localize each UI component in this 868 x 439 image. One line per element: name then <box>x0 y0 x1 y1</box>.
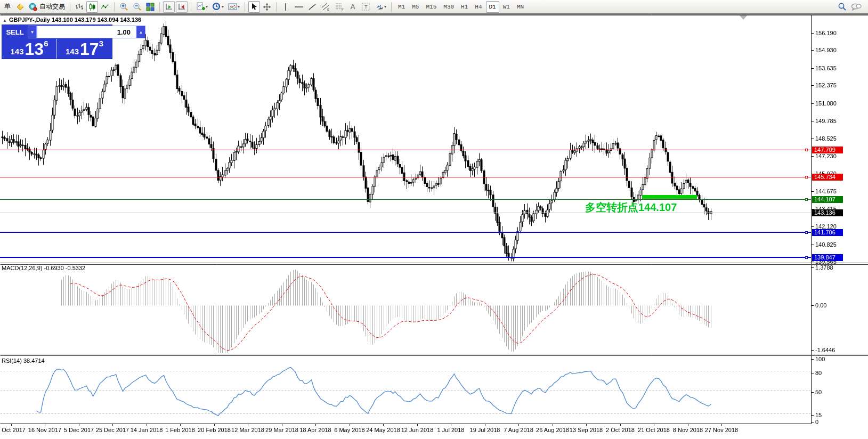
date-tick: 29 Mar 2018 <box>265 427 298 433</box>
timeframe-button-m1[interactable]: M1 <box>395 1 408 13</box>
svg-text:T: T <box>364 4 368 10</box>
metaeditor-icon[interactable] <box>14 1 26 13</box>
hline-145.734[interactable] <box>0 177 811 177</box>
text-label-tool-icon[interactable]: T <box>360 1 372 13</box>
price-tag-143.136: 143.136 <box>812 209 843 216</box>
equidistant-channel-tool-icon[interactable]: E <box>319 1 332 13</box>
templates-caret-icon[interactable]: ▾ <box>238 4 240 9</box>
new-order-button[interactable]: 单 <box>2 1 13 13</box>
hline-147.709[interactable] <box>0 150 811 150</box>
price-tick: 151.080 <box>815 100 837 107</box>
rsi-axis-tick: 80 <box>815 370 822 376</box>
hline-handle[interactable] <box>805 176 808 178</box>
cursor-icon[interactable] <box>248 1 260 13</box>
timeframe-button-h4[interactable]: H4 <box>472 1 485 13</box>
hline-handle[interactable] <box>805 256 808 259</box>
date-tick: 26 Aug 2018 <box>536 427 569 433</box>
date-tick: 12 Mar 2018 <box>231 427 264 433</box>
macd-axis-tick: -1.6446 <box>815 347 835 353</box>
line-chart-icon[interactable] <box>99 1 111 13</box>
scroll-to-end-icon[interactable] <box>740 15 747 20</box>
hline-handle[interactable] <box>805 231 808 234</box>
zoom-in-icon[interactable] <box>118 1 130 13</box>
volume-input[interactable] <box>37 26 136 38</box>
buy-price-display[interactable]: 143 17 3 <box>57 39 112 59</box>
date-tick: 20 Feb 2018 <box>198 427 231 433</box>
sell-price-display[interactable]: 143 13 6 <box>2 39 57 59</box>
date-tick: 9 Oct 2017 <box>0 427 26 433</box>
price-tag-147.709: 147.709 <box>812 147 843 153</box>
hline-141.706[interactable] <box>0 232 811 233</box>
one-click-trading-panel: SELL ▼ ▲ BUY 143 13 6 143 17 3 <box>2 25 112 59</box>
crosshair-icon[interactable] <box>261 1 273 13</box>
sell-price-sup: 6 <box>44 40 48 47</box>
autotrading-label: 自动交易 <box>39 2 65 11</box>
zoom-out-icon[interactable] <box>131 1 143 13</box>
tile-windows-icon[interactable] <box>144 1 156 13</box>
hline-139.847[interactable] <box>0 257 811 258</box>
price-tick: 152.375 <box>815 82 837 88</box>
hline-handle[interactable] <box>805 149 808 151</box>
symbol-ohlc-text: GBPJPY-,Daily 143.100 143.179 143.094 14… <box>9 17 141 23</box>
timeframe-toolbar: M1M5M15M30H1H4D1W1MN <box>395 1 527 13</box>
chart-shift-icon[interactable] <box>176 1 188 13</box>
pivot-annotation-text[interactable]: 多空转折点144.107 <box>585 200 677 215</box>
date-tick: 27 Nov 2018 <box>705 427 738 433</box>
collapse-panel-icon[interactable]: ▲ <box>3 18 7 23</box>
candlestick-chart-icon[interactable] <box>86 1 98 13</box>
macd-axis-tick: 1.3788 <box>815 264 833 271</box>
horizontal-line-tool-icon[interactable] <box>293 1 305 13</box>
vertical-line-tool-icon[interactable] <box>280 1 291 13</box>
periods-caret-icon[interactable]: ▾ <box>222 4 224 9</box>
text-tool-icon[interactable]: A <box>347 1 359 13</box>
volume-increase-button[interactable]: ▲ <box>136 26 145 38</box>
timeframe-button-h1[interactable]: H1 <box>458 1 471 13</box>
date-tick: 5 Dec 2017 <box>64 427 94 433</box>
date-tick: 18 Apr 2018 <box>299 427 331 433</box>
main-toolbar: 单 自动交易 <box>0 0 868 14</box>
price-tick: 144.675 <box>815 188 837 194</box>
hline-144.107[interactable] <box>0 199 811 200</box>
chart-title: ▲GBPJPY-,Daily 143.100 143.179 143.094 1… <box>3 17 141 23</box>
price-tick: 149.785 <box>815 118 837 124</box>
rsi-axis-tick: 0 <box>815 419 818 425</box>
arrows-tool-icon[interactable]: ▾ <box>374 1 388 13</box>
date-tick: 1 Feb 2018 <box>165 427 195 433</box>
auto-scroll-icon[interactable] <box>163 1 175 13</box>
date-tick: 16 Nov 2017 <box>28 427 61 433</box>
chart-canvas[interactable] <box>0 0 868 439</box>
sell-button[interactable]: SELL <box>2 25 28 39</box>
timeframe-button-m5[interactable]: M5 <box>409 1 422 13</box>
autotrading-button[interactable]: 自动交易 <box>27 1 67 13</box>
bar-chart-icon[interactable] <box>74 1 85 13</box>
date-tick: 14 Jan 2018 <box>131 427 163 433</box>
timeframe-button-w1[interactable]: W1 <box>500 1 513 13</box>
fibonacci-tool-icon[interactable]: F <box>333 1 346 13</box>
indicators-caret-icon[interactable]: ▾ <box>206 4 208 9</box>
buy-button[interactable]: BUY <box>145 25 160 39</box>
timeframe-button-d1[interactable]: D1 <box>486 1 499 13</box>
price-tick: 156.190 <box>815 30 837 36</box>
date-tick: 6 May 2018 <box>334 427 364 433</box>
arrows-caret-icon[interactable]: ▾ <box>384 4 386 9</box>
templates-icon[interactable]: ▾ <box>226 1 241 13</box>
community-chat-icon[interactable] <box>851 3 862 11</box>
date-tick: 8 Nov 2018 <box>673 427 703 433</box>
trendline-tool-icon[interactable] <box>306 1 318 13</box>
mt4-window: 单 自动交易 <box>0 0 868 439</box>
indicators-icon[interactable]: ▾ <box>194 1 209 13</box>
timeframe-button-m30[interactable]: M30 <box>440 1 457 13</box>
rsi-axis-tick: 100 <box>815 356 825 362</box>
hline-143.136[interactable] <box>0 213 811 213</box>
timeframe-button-m15[interactable]: M15 <box>423 1 440 13</box>
date-tick: 12 Jun 2018 <box>401 427 434 433</box>
periods-icon[interactable]: ▾ <box>210 1 225 13</box>
volume-decrease-button[interactable]: ▼ <box>28 26 37 38</box>
price-tick: 148.525 <box>815 135 837 142</box>
hline-handle[interactable] <box>805 198 808 201</box>
macd-axis-tick: 0.00 <box>815 302 826 308</box>
buy-price-prefix: 143 <box>66 46 79 57</box>
highlight-segment[interactable] <box>642 195 697 199</box>
timeframe-button-mn[interactable]: MN <box>514 1 527 13</box>
search-icon[interactable] <box>838 2 847 11</box>
